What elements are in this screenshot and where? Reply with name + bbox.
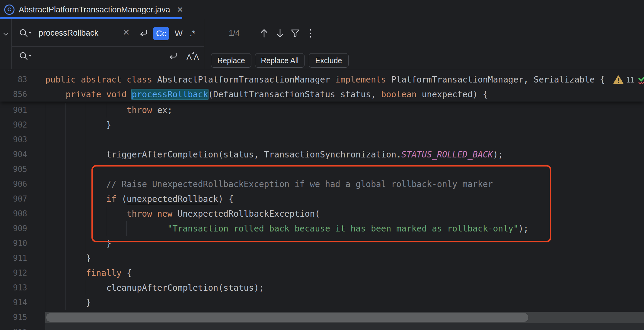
- line-number[interactable]: 916: [0, 325, 27, 330]
- horizontal-scrollbar-thumb[interactable]: [46, 313, 529, 322]
- warning-icon: [613, 75, 623, 85]
- horizontal-scrollbar-track[interactable]: [45, 312, 644, 323]
- inspection-widget[interactable]: 11: [613, 74, 644, 85]
- tab-title: AbstractPlatformTransactionManager.java: [19, 5, 170, 15]
- preserve-case-icon[interactable]: A A: [186, 50, 200, 62]
- next-match-icon[interactable]: [275, 28, 285, 39]
- find-replace-panel: processRollback ✕ Cc W .* 1/4 ⋮: [0, 19, 644, 69]
- svg-text:A: A: [187, 53, 192, 62]
- code-text: }: [45, 253, 91, 263]
- code-line[interactable]: 913 cleanupAfterCompletion(status);: [0, 280, 644, 295]
- chevron-down-icon[interactable]: [2, 30, 10, 38]
- code-line[interactable]: 904 triggerAfterCompletion(status, Trans…: [0, 147, 644, 162]
- filter-icon[interactable]: [290, 28, 301, 39]
- line-number[interactable]: 908: [0, 206, 27, 221]
- code-line[interactable]: 902 }: [0, 118, 644, 132]
- code-text: }: [45, 298, 91, 308]
- line-number[interactable]: 905: [0, 162, 27, 177]
- code-text: throw ex;: [45, 105, 172, 115]
- line-number[interactable]: 911: [0, 251, 27, 266]
- code-text: private void processRollback(DefaultTran…: [45, 89, 488, 99]
- words-toggle[interactable]: W: [172, 27, 186, 40]
- newline-icon[interactable]: [168, 51, 179, 61]
- regex-toggle[interactable]: .*: [186, 27, 199, 40]
- more-options-icon[interactable]: ⋮: [305, 24, 316, 42]
- tab-close-icon[interactable]: ✕: [177, 6, 183, 14]
- code-text: triggerAfterCompletion(status, Transacti…: [45, 150, 503, 160]
- code-line[interactable]: 901 throw ex;: [0, 103, 644, 118]
- code-line[interactable]: 914 }: [0, 295, 644, 310]
- ide-window: C AbstractPlatformTransactionManager.jav…: [0, 0, 644, 330]
- annotation-highlight-box: [91, 165, 551, 242]
- line-number[interactable]: 910: [0, 236, 27, 251]
- line-number[interactable]: 902: [0, 118, 27, 132]
- sticky-rows: 83public abstract class AbstractPlatform…: [0, 72, 644, 102]
- replace-all-button[interactable]: Replace All: [255, 53, 304, 68]
- previous-match-icon[interactable]: [259, 28, 269, 39]
- active-tab-underline: [0, 17, 182, 19]
- line-number[interactable]: 903: [0, 132, 27, 147]
- line-number[interactable]: 907: [0, 192, 27, 206]
- line-number[interactable]: 914: [0, 295, 27, 310]
- replace-button[interactable]: Replace: [211, 53, 251, 68]
- line-number[interactable]: 909: [0, 221, 27, 236]
- newline-icon[interactable]: [138, 28, 149, 38]
- code-line[interactable]: 911 }: [0, 251, 644, 266]
- code-line[interactable]: 903: [0, 132, 644, 147]
- line-number[interactable]: 906: [0, 177, 27, 192]
- line-number[interactable]: 915: [0, 310, 27, 325]
- exclude-button[interactable]: Exclude: [309, 53, 349, 68]
- code-line[interactable]: 83public abstract class AbstractPlatform…: [0, 72, 644, 87]
- code-line[interactable]: 912 finally {: [0, 266, 644, 280]
- sticky-lines-header: 83public abstract class AbstractPlatform…: [0, 69, 644, 102]
- java-class-icon: C: [4, 5, 14, 15]
- tab-abstract-platform-transaction-manager[interactable]: C AbstractPlatformTransactionManager.jav…: [0, 0, 182, 19]
- bottom-edge-strip: [45, 323, 644, 330]
- code-line[interactable]: 856 private void processRollback(Default…: [0, 87, 644, 102]
- line-number[interactable]: 83: [0, 72, 27, 87]
- line-number[interactable]: 901: [0, 103, 27, 118]
- line-number[interactable]: 856: [0, 87, 27, 102]
- match-counter: 1/4: [216, 19, 252, 47]
- search-icon[interactable]: [19, 28, 32, 39]
- clear-search-icon[interactable]: ✕: [123, 27, 130, 37]
- panel-divider: [204, 19, 204, 69]
- warning-count: 11: [626, 75, 635, 85]
- replace-field-icon[interactable]: [19, 51, 32, 62]
- line-number[interactable]: 913: [0, 280, 27, 295]
- line-number[interactable]: 904: [0, 147, 27, 162]
- find-panel-left-strip: [0, 19, 12, 69]
- code-text: public abstract class AbstractPlatformTr…: [45, 75, 605, 85]
- search-input[interactable]: processRollback: [39, 19, 98, 47]
- inspections-ok-icon: [637, 74, 644, 85]
- line-number[interactable]: 912: [0, 266, 27, 280]
- svg-text:A: A: [194, 53, 199, 62]
- match-case-toggle[interactable]: Cc: [153, 27, 169, 40]
- code-text: }: [45, 120, 111, 130]
- editor-tab-bar: C AbstractPlatformTransactionManager.jav…: [0, 0, 644, 20]
- code-text: cleanupAfterCompletion(status);: [45, 283, 264, 293]
- code-text: finally {: [45, 268, 132, 278]
